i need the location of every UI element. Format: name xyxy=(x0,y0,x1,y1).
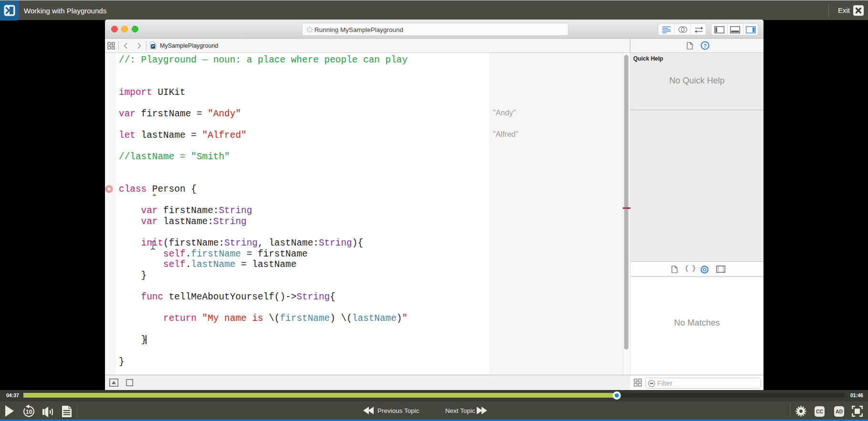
svg-text:10: 10 xyxy=(26,409,32,415)
svg-text:?: ? xyxy=(703,43,707,49)
